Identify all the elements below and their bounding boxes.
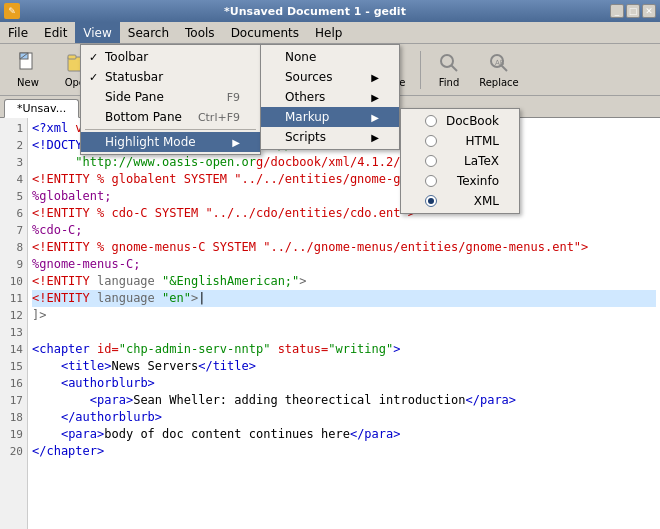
code-line-3: "http://www.oasis-open.org/docbook/xml/4…: [32, 154, 656, 171]
latex-radio: [425, 155, 437, 167]
tab-label: *Unsav...: [17, 102, 66, 115]
markup-html[interactable]: HTML: [401, 131, 519, 151]
editor[interactable]: 1 2 3 4 5 6 7 8 9 10 11 12 13 14 15 16 1…: [0, 118, 660, 529]
menu-tools[interactable]: Tools: [177, 22, 223, 43]
others-arrow: ▶: [371, 92, 379, 103]
code-line-10: <!ENTITY language "&EnglishAmerican;">: [32, 273, 656, 290]
separator-3: [420, 51, 421, 89]
latex-label: LaTeX: [464, 154, 499, 168]
highlight-sources[interactable]: Sources ▶: [261, 67, 399, 87]
new-label: New: [17, 77, 39, 88]
view-menu-sep: [85, 129, 256, 130]
code-line-19: <para>body of doc content continues here…: [32, 426, 656, 443]
docbook-radio: [425, 115, 437, 127]
close-button[interactable]: ✕: [642, 4, 656, 18]
highlight-markup[interactable]: Markup ▶: [261, 107, 399, 127]
find-label: Find: [439, 77, 460, 88]
window-controls[interactable]: _ □ ✕: [610, 4, 656, 18]
highlight-submenu[interactable]: None Sources ▶ Others ▶ Markup ▶ Scripts…: [260, 44, 400, 150]
markup-arrow: ▶: [371, 112, 379, 123]
others-label: Others: [285, 90, 325, 104]
sidepane-label: Side Pane: [105, 90, 164, 104]
code-line-20: </chapter>: [32, 443, 656, 460]
toolbar-check: ✓: [89, 51, 98, 64]
menu-file[interactable]: File: [0, 22, 36, 43]
new-icon: [16, 51, 40, 75]
html-label: HTML: [466, 134, 499, 148]
menu-item-sidepane[interactable]: Side Pane F9: [81, 87, 260, 107]
markup-label: Markup: [285, 110, 329, 124]
highlight-mode-arrow: ▶: [232, 137, 240, 148]
line-numbers: 1 2 3 4 5 6 7 8 9 10 11 12 13 14 15 16 1…: [0, 118, 28, 529]
view-menu[interactable]: ✓ Toolbar ✓ Statusbar Side Pane F9 Botto…: [80, 44, 261, 155]
svg-rect-4: [68, 55, 76, 59]
menu-edit[interactable]: Edit: [36, 22, 75, 43]
code-line-17: <para>Sean Wheller: adding theorectical …: [32, 392, 656, 409]
code-line-18: </authorblurb>: [32, 409, 656, 426]
code-line-9: %gnome-menus-C;: [32, 256, 656, 273]
code-line-6: <!ENTITY % cdo-C SYSTEM "../../cdo/entit…: [32, 205, 656, 222]
docbook-label: DocBook: [446, 114, 499, 128]
texinfo-label: Texinfo: [457, 174, 499, 188]
scripts-label: Scripts: [285, 130, 326, 144]
menubar: File Edit View Search Tools Documents He…: [0, 22, 660, 44]
code-line-11: <!ENTITY language "en">|: [32, 290, 656, 307]
code-line-14: <chapter id="chp-admin-serv-nntp" status…: [32, 341, 656, 358]
document-tab[interactable]: *Unsav...: [4, 99, 79, 118]
menu-search[interactable]: Search: [120, 22, 177, 43]
bottompane-label: Bottom Pane: [105, 110, 182, 124]
bottompane-shortcut: Ctrl+F9: [198, 111, 240, 124]
app-icon: ✎: [4, 3, 20, 19]
highlight-mode-label: Highlight Mode: [105, 135, 196, 149]
xml-radio: [425, 195, 437, 207]
markup-xml[interactable]: XML: [401, 191, 519, 211]
statusbar-check: ✓: [89, 71, 98, 84]
svg-line-17: [452, 66, 458, 72]
menu-item-highlight-mode[interactable]: Highlight Mode ▶: [81, 132, 260, 152]
menu-item-bottompane[interactable]: Bottom Pane Ctrl+F9: [81, 107, 260, 127]
toolbar-label: Toolbar: [105, 50, 148, 64]
main-area: 1 2 3 4 5 6 7 8 9 10 11 12 13 14 15 16 1…: [0, 118, 660, 529]
svg-point-16: [441, 55, 453, 67]
code-line-4: <!ENTITY % globalent SYSTEM "../../entit…: [32, 171, 656, 188]
highlight-others[interactable]: Others ▶: [261, 87, 399, 107]
xml-label: XML: [474, 194, 499, 208]
code-line-5: %globalent;: [32, 188, 656, 205]
find-icon: [437, 51, 461, 75]
sources-arrow: ▶: [371, 72, 379, 83]
titlebar: ✎ *Unsaved Document 1 - gedit _ □ ✕: [0, 0, 660, 22]
markup-latex[interactable]: LaTeX: [401, 151, 519, 171]
sources-label: Sources: [285, 70, 332, 84]
menu-help[interactable]: Help: [307, 22, 350, 43]
menu-item-toolbar[interactable]: ✓ Toolbar: [81, 47, 260, 67]
new-button[interactable]: New: [4, 47, 52, 93]
svg-text:AB: AB: [495, 59, 505, 67]
menu-documents[interactable]: Documents: [223, 22, 307, 43]
markup-docbook[interactable]: DocBook: [401, 111, 519, 131]
markup-submenu[interactable]: DocBook HTML LaTeX Texinfo XML: [400, 108, 520, 214]
window-title: *Unsaved Document 1 - gedit: [20, 5, 610, 18]
code-line-13: [32, 324, 656, 341]
texinfo-radio: [425, 175, 437, 187]
replace-button[interactable]: AB Replace: [475, 47, 523, 93]
highlight-none[interactable]: None: [261, 47, 399, 67]
code-line-8: <!ENTITY % gnome-menus-C SYSTEM "../../g…: [32, 239, 656, 256]
replace-icon: AB: [487, 51, 511, 75]
html-radio: [425, 135, 437, 147]
maximize-button[interactable]: □: [626, 4, 640, 18]
highlight-scripts[interactable]: Scripts ▶: [261, 127, 399, 147]
code-content[interactable]: <?xml version="1.0" encoding="UTF-8"?> <…: [28, 118, 660, 529]
scripts-arrow: ▶: [371, 132, 379, 143]
code-line-12: ]>: [32, 307, 656, 324]
menu-view[interactable]: View: [75, 22, 119, 43]
find-button[interactable]: Find: [425, 47, 473, 93]
menu-item-statusbar[interactable]: ✓ Statusbar: [81, 67, 260, 87]
sidepane-shortcut: F9: [227, 91, 240, 104]
replace-label: Replace: [479, 77, 519, 88]
none-label: None: [285, 50, 316, 64]
code-line-7: %cdo-C;: [32, 222, 656, 239]
code-line-15: <title>News Servers</title>: [32, 358, 656, 375]
minimize-button[interactable]: _: [610, 4, 624, 18]
markup-texinfo[interactable]: Texinfo: [401, 171, 519, 191]
statusbar-label: Statusbar: [105, 70, 163, 84]
